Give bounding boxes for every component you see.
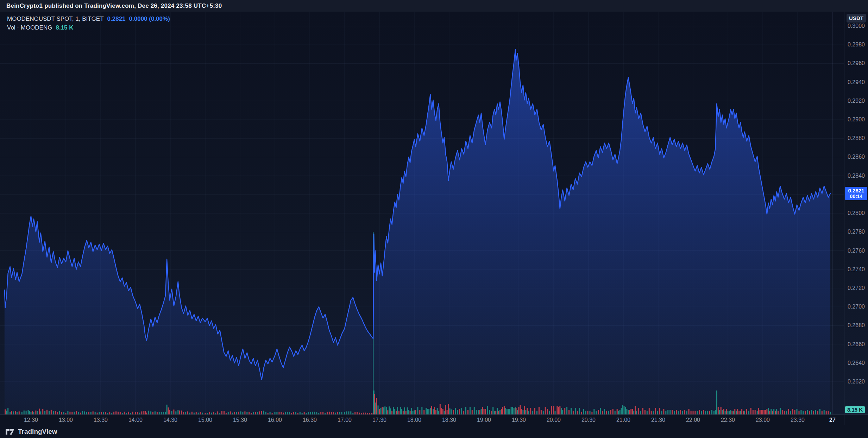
volume-bar <box>461 408 462 414</box>
time-tick-label: 22:00 <box>682 417 704 423</box>
chart-legend: MOODENGUSDT SPOT, 1, BITGET 0.2821 0.000… <box>7 15 170 33</box>
price-axis[interactable]: USDT 0.2821 00:14 8.15 K 0.30000.29800.2… <box>844 12 868 414</box>
volume-bar <box>226 413 227 414</box>
volume-bar <box>159 412 160 414</box>
volume-bar <box>86 412 87 414</box>
volume-bar <box>310 412 311 414</box>
price-chart-svg[interactable] <box>0 12 844 414</box>
volume-bar <box>165 412 166 414</box>
volume-bar <box>516 408 517 414</box>
volume-bar <box>426 408 427 414</box>
volume-bar <box>369 413 370 414</box>
volume-bar <box>534 408 535 414</box>
volume-bar <box>37 411 38 414</box>
chart-pane[interactable]: MOODENGUSDT SPOT, 1, BITGET 0.2821 0.000… <box>0 12 844 414</box>
price-tick-label: 0.2880 <box>848 135 865 142</box>
volume-bar <box>375 402 376 414</box>
volume-bar <box>181 411 182 414</box>
volume-bar <box>417 407 418 414</box>
time-tick-label: 23:00 <box>751 417 774 423</box>
price-tick-label: 0.2920 <box>848 97 865 104</box>
volume-bar <box>819 409 820 414</box>
time-tick-label: 15:00 <box>194 417 216 423</box>
volume-bar <box>761 410 762 414</box>
volume-bar <box>505 408 506 414</box>
volume-bar <box>200 412 201 414</box>
volume-bar <box>465 407 466 414</box>
volume-bar <box>551 406 552 414</box>
volume-bar <box>5 410 6 415</box>
volume-bar <box>543 411 544 414</box>
volume-bar <box>217 411 218 414</box>
volume-bar <box>314 412 315 414</box>
volume-bar <box>501 409 502 414</box>
volume-bar <box>189 413 190 414</box>
volume-bar <box>113 412 114 414</box>
volume-bar <box>748 411 749 414</box>
volume-bar <box>359 413 360 414</box>
volume-bar <box>163 412 164 414</box>
volume-value: 8.15 K <box>56 24 73 32</box>
volume-bar <box>758 408 759 414</box>
time-axis[interactable]: 12:3013:0013:3014:0014:3015:0015:3016:00… <box>0 415 844 425</box>
volume-bar <box>629 410 630 414</box>
volume-bar <box>508 409 509 414</box>
volume-bar <box>555 411 556 414</box>
volume-bar <box>236 412 237 414</box>
volume-bar <box>414 410 415 414</box>
volume-bar <box>579 408 580 414</box>
volume-bar <box>830 412 831 415</box>
volume-bar <box>632 409 633 414</box>
volume-bar <box>137 412 138 414</box>
volume-bar <box>44 411 45 414</box>
tradingview-logo[interactable]: TradingView <box>6 428 57 436</box>
volume-bar <box>111 413 112 414</box>
volume-bar <box>198 413 199 414</box>
volume-bar <box>545 407 546 414</box>
volume-bar <box>581 412 582 415</box>
volume-bar <box>697 411 698 414</box>
volume-bar <box>636 411 637 414</box>
currency-button[interactable]: USDT <box>847 14 866 23</box>
volume-bar <box>694 411 696 414</box>
volume-bar <box>562 410 563 414</box>
volume-bar <box>97 413 98 414</box>
volume-bar <box>329 412 330 414</box>
volume-bar <box>776 409 777 414</box>
volume-bar <box>312 412 313 414</box>
volume-bar <box>382 407 383 414</box>
volume-bar <box>707 411 708 414</box>
volume-bar <box>744 411 745 414</box>
volume-bar <box>95 412 96 414</box>
symbol-legend-row: MOODENGUSDT SPOT, 1, BITGET 0.2821 0.000… <box>7 15 170 23</box>
volume-bar <box>209 412 210 414</box>
volume-bar <box>674 411 675 414</box>
volume-indicator-label[interactable]: Vol · MOODENG <box>7 24 52 32</box>
volume-bar <box>618 411 619 414</box>
volume-bar <box>49 411 50 414</box>
volume-bar <box>741 409 742 414</box>
volume-bar <box>400 407 401 414</box>
price-tick-label: 0.2680 <box>848 322 865 329</box>
volume-bar <box>455 408 456 414</box>
volume-bar <box>253 412 254 414</box>
volume-bar <box>175 411 176 414</box>
time-tick-label: 21:30 <box>647 417 669 423</box>
volume-bar <box>240 411 241 414</box>
symbol-title[interactable]: MOODENGUSDT SPOT, 1, BITGET <box>7 15 104 23</box>
volume-bar <box>285 412 286 414</box>
volume-bar <box>219 413 220 414</box>
tradingview-wordmark: TradingView <box>18 428 57 436</box>
volume-bar <box>805 411 806 414</box>
volume-bar <box>46 410 48 414</box>
volume-bar <box>242 412 243 414</box>
volume-bar <box>24 411 25 414</box>
volume-bar <box>261 411 262 414</box>
volume-bar <box>78 412 79 414</box>
volume-bar <box>333 412 334 414</box>
price-tick-label: 0.2900 <box>848 116 865 123</box>
volume-bar <box>157 412 158 414</box>
volume-bar <box>103 412 104 414</box>
time-axis-row: 12:3013:0013:3014:0014:3015:0015:3016:00… <box>0 414 868 425</box>
volume-bar <box>498 411 499 414</box>
